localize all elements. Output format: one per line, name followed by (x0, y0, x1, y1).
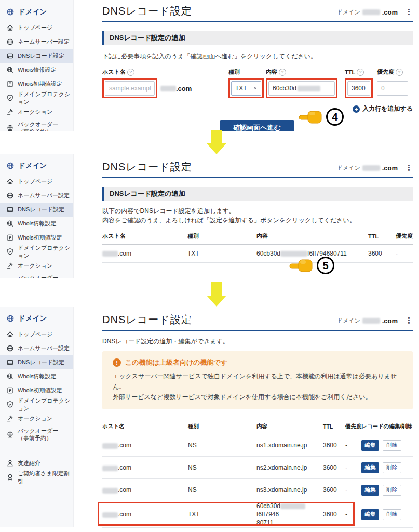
sidebar-item-whois-default[interactable]: Whois初期値設定 (0, 77, 73, 91)
globe-icon (6, 192, 14, 200)
redacted-content (280, 503, 305, 509)
host-label: ホスト名 (102, 68, 126, 76)
sidebar-item-top-page[interactable]: トップページ (0, 327, 73, 341)
host-cell: .com (118, 250, 131, 257)
domain-globe-icon (6, 162, 15, 170)
help-icon[interactable]: ? (357, 69, 364, 76)
sidebar-item-label: バックオーダー（事前予約） (18, 274, 58, 278)
help-icon[interactable]: ? (396, 69, 403, 76)
sidebar-item-dns-record[interactable]: DNSレコード設定 (0, 355, 73, 369)
sidebar-item-label: ネームサーバー設定 (18, 192, 70, 200)
dns-record-icon (6, 52, 14, 60)
host-input[interactable] (105, 81, 155, 96)
delete-button[interactable]: 削除 (383, 509, 401, 520)
kebab-menu-icon[interactable]: ⋮ (405, 316, 413, 325)
priority-cell: - (345, 486, 361, 494)
instruction-text: 以下の内容でDNSレコード設定を追加します。 内容をご確認のうえ、よろしければ「… (102, 206, 413, 225)
content-input[interactable]: 60cb30d (268, 81, 335, 96)
type-select[interactable]: TXT∨ (231, 81, 261, 96)
sidebar-item-label: DNSレコード設定 (18, 52, 64, 60)
sidebar-item-domain-protection[interactable]: ドメインプロテクション (0, 91, 73, 105)
type-cell: NS (188, 464, 256, 471)
sidebar-item-label: DNSレコード設定 (18, 206, 64, 214)
globe-icon (6, 38, 14, 46)
sidebar-item-backorder[interactable]: バックオーダー（事前予約） (0, 273, 73, 278)
gavel-icon (6, 415, 14, 422)
sidebar-item-friend-referral[interactable]: 友達紹介 (0, 456, 73, 470)
domain-suffix: .com (382, 317, 398, 325)
sidebar-item-whois-info[interactable]: Whois情報設定 (0, 63, 73, 77)
sidebar-item-nameserver[interactable]: ネームサーバー設定 (0, 341, 73, 355)
sidebar-item-dns-record[interactable]: DNSレコード設定 (0, 49, 73, 63)
title-divider (102, 21, 413, 22)
sidebar-item-member-discount[interactable]: ご契約者さま限定割引 (0, 470, 73, 484)
add-input-row-link[interactable]: + 入力行を追加する (102, 104, 413, 113)
sidebar-item-domain-protection[interactable]: ドメインプロテクション (0, 397, 73, 411)
delete-button[interactable]: 削除 (383, 462, 401, 473)
sidebar-item-label: ネームサーバー設定 (18, 344, 70, 352)
instruction-line: 内容をご確認のうえ、よろしければ「設定を追加する」ボタンをクリックしてください。 (102, 217, 356, 224)
sidebar-header-label: ドメイン (18, 7, 47, 17)
sidebar-item-auction[interactable]: オークション (0, 259, 73, 273)
table-header-row: ホスト名 種別 内容 TTL 優先度 レコードの編集/削除 (102, 423, 413, 434)
page-title: DNSレコード設定 (102, 160, 192, 174)
help-icon[interactable]: ? (127, 69, 134, 76)
title-divider (102, 177, 413, 178)
badge-icon (6, 473, 14, 481)
screen-dns-record-list: ドメイン トップページ ネームサーバー設定 DNSレコード設定 Whois情報設… (0, 307, 419, 532)
sidebar-item-nameserver[interactable]: ネームサーバー設定 (0, 189, 73, 203)
sidebar-item-backorder[interactable]: バックオーダー（事前予約） (0, 119, 73, 131)
redacted-host (102, 251, 118, 257)
sidebar-item-backorder[interactable]: バックオーダー（事前予約） (0, 425, 73, 443)
shield-icon (6, 94, 14, 102)
edit-button[interactable]: 編集 (361, 485, 379, 496)
type-cell: NS (188, 442, 256, 449)
sidebar-item-auction[interactable]: オークション (0, 105, 73, 119)
highlight-box-ttl (345, 78, 373, 98)
sidebar-item-label: ドメインプロテクション (18, 90, 73, 106)
content-cell: f6ff794680711 (307, 250, 347, 257)
sidebar-item-top-page[interactable]: トップページ (0, 175, 73, 189)
notice-body: エックスサーバー関連サービスで独自ドメインを利用する上で、本機能の利用は通常は必… (113, 371, 402, 402)
kebab-menu-icon[interactable]: ⋮ (405, 163, 413, 172)
sidebar-item-top-page[interactable]: トップページ (0, 21, 73, 35)
delete-button[interactable]: 削除 (383, 440, 401, 451)
notice-line: エックスサーバー関連サービスで独自ドメインを利用する上で、本機能の利用は通常は必… (113, 373, 397, 390)
help-icon[interactable]: ? (279, 69, 286, 76)
home-icon (6, 178, 14, 185)
sidebar-item-nameserver[interactable]: ネームサーバー設定 (0, 35, 73, 49)
page: ドメイン トップページ ネームサーバー設定 DNSレコード設定 Whois情報設… (0, 0, 419, 532)
sidebar-item-domain-protection[interactable]: ドメインプロテクション (0, 245, 73, 259)
sidebar-item-label: Whois初期値設定 (18, 387, 62, 394)
table-row-added-record: .com TXT 60cb30df6ff7946 80711 3600 - 編集… (102, 501, 413, 528)
ttl-input[interactable] (347, 81, 370, 96)
domain-label: ドメイン (337, 317, 360, 325)
edit-button[interactable]: 編集 (361, 440, 379, 451)
sidebar-item-dns-record[interactable]: DNSレコード設定 (0, 203, 73, 217)
ttl-cell: 3600 (323, 511, 345, 518)
sidebar-item-whois-info[interactable]: Whois情報設定 (0, 369, 73, 383)
domain-meta: ドメイン .com ⋮ (337, 163, 413, 174)
kebab-menu-icon[interactable]: ⋮ (405, 7, 413, 17)
sidebar-item-whois-info[interactable]: Whois情報設定 (0, 217, 73, 231)
screen-dns-confirm: ドメイン トップページ ネームサーバー設定 DNSレコード設定 Whois情報設… (0, 154, 419, 278)
redacted-host (102, 466, 118, 471)
main-content: DNSレコード設定 ドメイン .com ⋮ DNSレコード設定の追加 下記に必要… (102, 0, 413, 131)
delete-button[interactable]: 削除 (383, 485, 401, 496)
gavel-icon (6, 108, 14, 116)
col-header: ホスト名 (102, 423, 188, 430)
page-title: DNSレコード設定 (102, 4, 192, 18)
edit-button[interactable]: 編集 (361, 462, 379, 473)
sidebar-item-whois-default[interactable]: Whois初期値設定 (0, 383, 73, 397)
sidebar-item-whois-default[interactable]: Whois初期値設定 (0, 231, 73, 245)
priority-input[interactable] (377, 81, 408, 96)
go-confirm-button[interactable]: 確認画面へ進む (220, 120, 294, 131)
edit-button[interactable]: 編集 (361, 509, 379, 520)
pointing-finger-icon (299, 110, 322, 124)
section-title-bar: DNSレコード設定の追加 (102, 31, 413, 45)
sidebar: ドメイン トップページ ネームサーバー設定 DNSレコード設定 Whois情報設… (0, 307, 74, 527)
sidebar-item-auction[interactable]: オークション (0, 411, 73, 425)
col-header: TTL (323, 423, 345, 430)
redacted-domain-name (362, 9, 380, 15)
col-header: TTL (368, 233, 396, 240)
